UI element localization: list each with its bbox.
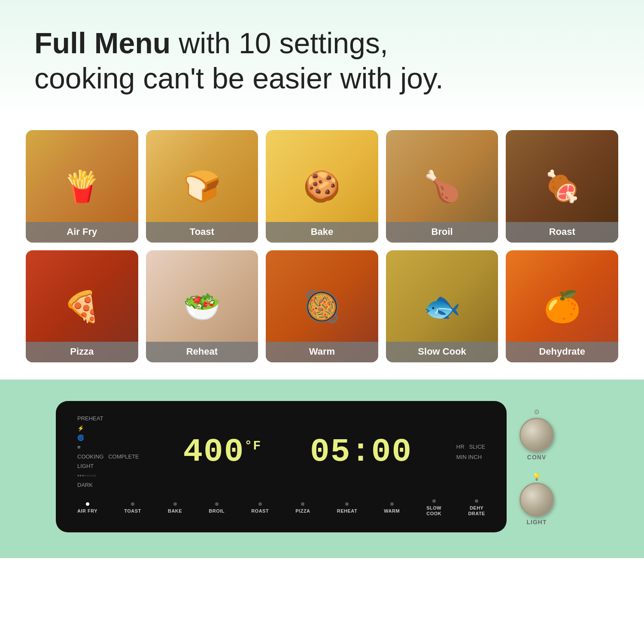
hr-indicator: HR SLICE	[456, 442, 485, 452]
cooking-complete-indicator: COOKING COMPLETE	[77, 452, 139, 462]
header-title-bold: Full Menu	[34, 27, 170, 59]
food-label-dehydrate: Dehydrate	[506, 342, 618, 362]
food-card-broil: 🍗Broil	[386, 130, 498, 243]
mode-label-warm: WARM	[384, 508, 400, 514]
appliance-row: PREHEAT ⚡ 🌀 ≡ COOKING COMPLETE LIGHT ▪▪▪…	[26, 401, 618, 532]
mode-button-slow-cook[interactable]: SLOW COOK	[426, 499, 441, 516]
mode-label-roast: ROAST	[251, 508, 269, 514]
food-label-roast: Roast	[506, 222, 618, 243]
display-panel: PREHEAT ⚡ 🌀 ≡ COOKING COMPLETE LIGHT ▪▪▪…	[56, 401, 507, 532]
mode-label-pizza: PIZZA	[295, 508, 310, 514]
conv-icon: ⚙	[534, 408, 540, 416]
time-display: 05:00	[306, 434, 416, 471]
appliance-section: PREHEAT ⚡ 🌀 ≡ COOKING COMPLETE LIGHT ▪▪▪…	[0, 380, 644, 558]
min-indicator: MIN INCH	[456, 452, 485, 462]
mode-label-broil: BROIL	[209, 508, 225, 514]
food-label-warm: Warm	[266, 342, 378, 362]
mode-dot-broil	[215, 502, 219, 506]
food-card-air-fry: 🍟Air Fry	[26, 130, 138, 243]
mode-label-toast: TOAST	[124, 508, 141, 514]
mode-buttons-row: AIR FRYTOASTBAKEBROILROASTPIZZAREHEATWAR…	[77, 499, 485, 516]
mode-button-air-fry[interactable]: AIR FRY	[77, 502, 97, 514]
header-section: Full Menu with 10 settings,cooking can't…	[0, 0, 644, 117]
temp-number: 400	[183, 434, 244, 471]
mode-button-warm[interactable]: WARM	[384, 502, 400, 514]
food-label-air-fry: Air Fry	[26, 222, 138, 243]
mode-button-dehydrate[interactable]: DEHY DRATE	[468, 499, 485, 516]
time-value: 05:00	[310, 434, 412, 471]
mode-button-roast[interactable]: ROAST	[251, 502, 269, 514]
food-card-bake: 🍪Bake	[266, 130, 378, 243]
mode-label-bake: BAKE	[168, 508, 182, 514]
mode-label-slow-cook: SLOW COOK	[426, 505, 441, 516]
mode-dot-bake	[173, 502, 177, 506]
side-controls: ⚙CONV💡LIGHT	[519, 408, 554, 526]
display-screen: PREHEAT ⚡ 🌀 ≡ COOKING COMPLETE LIGHT ▪▪▪…	[77, 414, 485, 490]
food-label-bake: Bake	[266, 222, 378, 243]
mode-dot-reheat	[345, 502, 349, 506]
side-control-conv: ⚙CONV	[519, 408, 554, 461]
side-control-light: 💡LIGHT	[519, 473, 554, 526]
light-label: LIGHT	[527, 519, 547, 526]
food-card-slow-cook: 🐟Slow Cook	[386, 250, 498, 363]
mode-button-broil[interactable]: BROIL	[209, 502, 225, 514]
mode-button-reheat[interactable]: REHEAT	[337, 502, 357, 514]
temp-unit: °F	[244, 438, 261, 453]
grid-section: 🍟Air Fry🍞Toast🍪Bake🍗Broil🍖Roast🍕Pizza🥗Re…	[0, 117, 644, 380]
display-indicators-right: HR SLICE MIN INCH	[456, 442, 485, 462]
light-icon: 💡	[532, 473, 541, 481]
food-label-pizza: Pizza	[26, 342, 138, 362]
mode-label-reheat: REHEAT	[337, 508, 357, 514]
mode-label-air-fry: AIR FRY	[77, 508, 97, 514]
mode-label-dehydrate: DEHY DRATE	[468, 505, 485, 516]
mode-button-bake[interactable]: BAKE	[168, 502, 182, 514]
mode-dot-pizza	[301, 502, 304, 506]
food-card-dehydrate: 🍊Dehydrate	[506, 250, 618, 363]
mode-dot-warm	[390, 502, 394, 506]
conv-knob[interactable]	[519, 418, 554, 452]
light-dark-indicator: LIGHT ▪▪▪▫▫▫▫▫ DARK	[77, 462, 139, 490]
food-card-toast: 🍞Toast	[146, 130, 258, 243]
mode-dot-slow-cook	[432, 499, 436, 503]
mode-dot-dehydrate	[475, 499, 478, 503]
food-label-toast: Toast	[146, 222, 258, 243]
temperature-display: 400°F	[179, 434, 266, 471]
display-indicators-left: PREHEAT ⚡ 🌀 ≡ COOKING COMPLETE LIGHT ▪▪▪…	[77, 414, 139, 490]
food-label-slow-cook: Slow Cook	[386, 342, 498, 362]
food-card-roast: 🍖Roast	[506, 130, 618, 243]
mode-button-toast[interactable]: TOAST	[124, 502, 141, 514]
food-label-broil: Broil	[386, 222, 498, 243]
food-label-reheat: Reheat	[146, 342, 258, 362]
food-card-warm: 🥘Warm	[266, 250, 378, 363]
conv-label: CONV	[527, 454, 546, 461]
mode-dot-toast	[131, 502, 134, 506]
preheat-indicator: PREHEAT ⚡ 🌀 ≡	[77, 414, 139, 452]
light-knob[interactable]	[519, 483, 554, 517]
mode-dot-roast	[258, 502, 262, 506]
food-grid: 🍟Air Fry🍞Toast🍪Bake🍗Broil🍖Roast🍕Pizza🥗Re…	[26, 130, 618, 362]
mode-dot-air-fry	[86, 502, 89, 506]
temp-value: 400°F	[183, 434, 261, 471]
header-title: Full Menu with 10 settings,cooking can't…	[34, 26, 610, 96]
mode-button-pizza[interactable]: PIZZA	[295, 502, 310, 514]
food-card-pizza: 🍕Pizza	[26, 250, 138, 363]
food-card-reheat: 🥗Reheat	[146, 250, 258, 363]
